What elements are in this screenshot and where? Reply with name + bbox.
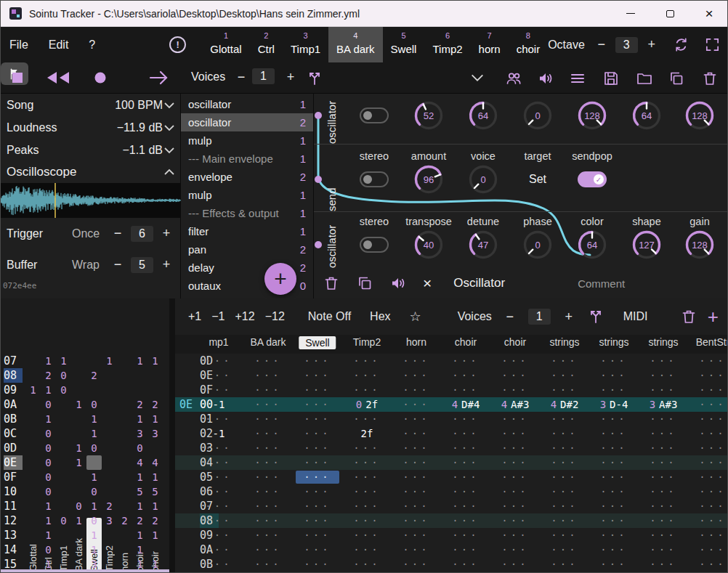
order-cell[interactable] [117,354,132,368]
pattern-cell[interactable]: ··· [551,513,578,528]
order-cell[interactable]: 1 [41,383,56,397]
order-cell[interactable] [56,542,71,557]
pattern-cell[interactable]: ··· [551,528,578,542]
pattern-cell[interactable]: ··· [205,455,232,470]
peaks-row[interactable]: Peaks −1.1 dB [1,139,180,161]
order-cell[interactable] [86,455,102,470]
pattern-voices-split-icon[interactable] [587,308,604,325]
order-cell[interactable] [147,542,163,557]
pattern-cell[interactable]: ··· [254,368,281,383]
param-toggle-stereo[interactable] [360,237,389,253]
order-cell[interactable]: 0 [41,426,56,441]
pattern-cell[interactable]: ··· [699,528,726,542]
pattern-cell[interactable]: ··· [254,528,281,542]
pattern-track-header-4[interactable]: horn [406,336,426,348]
transpose-up-1-button[interactable]: +1 [188,310,201,323]
pattern-cell[interactable]: ··· [650,455,676,470]
order-cell[interactable] [102,484,117,499]
copy-icon[interactable] [668,70,685,87]
pattern-cell[interactable]: ··· [650,383,676,397]
pattern-cell[interactable]: ··· [699,383,726,397]
pattern-cell[interactable]: ··· [650,470,676,484]
pattern-cell[interactable]: ··· [600,470,627,484]
close-button[interactable]: × [689,1,728,26]
unit-list-item[interactable]: --- Main envelope1 [181,150,313,168]
order-cell[interactable] [71,383,86,397]
order-cell[interactable]: 1 [41,513,56,528]
pattern-cell[interactable]: ··· [254,455,281,470]
pattern-cell[interactable]: ··· [205,513,232,528]
order-cell[interactable] [147,383,163,397]
order-cell[interactable] [71,484,86,499]
pattern-cell[interactable]: ··· [600,441,627,455]
pattern-cell[interactable]: ··· [304,557,331,572]
order-cell[interactable] [132,383,147,397]
order-cell[interactable] [71,412,86,426]
instrument-tab-timp1[interactable]: 3Timp1 [283,27,328,62]
pattern-cell[interactable]: ··· [452,441,479,455]
order-cell[interactable] [117,412,132,426]
pattern-cell[interactable]: ··· [304,499,331,513]
pattern-cell[interactable]: ··· [600,528,627,542]
pattern-cell[interactable]: ··· [650,354,676,368]
pattern-cell[interactable]: ··· [501,557,528,572]
pattern-cell[interactable]: ··· [353,470,380,484]
copy-unit-icon[interactable] [356,275,373,292]
chevron-down-icon[interactable] [163,123,176,133]
pattern-cell[interactable]: ··· [403,426,429,441]
pattern-cell[interactable]: ··· [452,426,479,441]
pattern-cell[interactable]: ··· [353,383,380,397]
pattern-cell[interactable]: ··· [205,470,232,484]
pattern-cell[interactable]: ··· [650,528,676,542]
order-cell[interactable] [56,397,71,412]
order-cell[interactable]: 1 [86,412,102,426]
hamburger-menu-icon[interactable] [569,70,586,87]
pattern-cell[interactable]: ··· [699,484,726,499]
pattern-cell[interactable]: ··· [254,397,281,412]
param-button-target[interactable]: Set [529,173,546,186]
pattern-cell[interactable]: ··· [353,412,380,426]
pattern-cell[interactable]: ··· [600,412,627,426]
pattern-track-header-0[interactable]: mp1 [209,336,228,348]
order-cell[interactable] [102,470,117,484]
pattern-cell[interactable]: ··· [551,557,578,572]
buffer-mode[interactable]: Wrap [72,259,100,272]
open-folder-icon[interactable] [636,70,653,87]
order-cell[interactable] [25,412,41,426]
pattern-cell[interactable]: ··· [452,368,479,383]
order-cell[interactable] [71,354,86,368]
pattern-cell[interactable]: ··· [205,441,232,455]
pattern-cell[interactable]: 4A#3 [501,397,530,412]
pattern-cell[interactable]: ··· [403,441,429,455]
order-cell[interactable] [117,455,132,470]
pattern-cell[interactable]: ··· [205,383,232,397]
pattern-cell[interactable]: ··· [600,383,627,397]
pattern-cell[interactable]: ··· [699,412,726,426]
hex-toggle[interactable]: Hex [370,310,390,323]
order-cell[interactable]: 1 [86,542,102,557]
transpose-down-1-button[interactable]: −1 [211,310,225,323]
pattern-cell[interactable]: ··· [296,471,339,484]
pattern-cell[interactable]: ··· [699,557,726,572]
trigger-mode[interactable]: Once [72,227,100,240]
pattern-cell[interactable]: ··· [403,484,429,499]
pattern-cell[interactable]: ··· [501,470,528,484]
unit-list-item[interactable]: mulp1 [181,131,313,150]
pattern-cell[interactable]: ··· [403,528,429,542]
pattern-cell[interactable]: 3D-4 [600,397,628,412]
order-cell[interactable]: 1 [41,412,56,426]
pattern-cell[interactable]: ··· [551,484,578,499]
pattern-cell[interactable]: ··· [452,557,479,572]
order-cell[interactable]: 1 [132,528,147,542]
pattern-cell[interactable]: ··· [205,412,232,426]
pattern-cell[interactable]: ··· [452,484,479,499]
chevron-down-icon[interactable] [469,71,485,84]
pattern-cell[interactable]: ··· [501,499,528,513]
unit-list-item[interactable]: oscillator2 [181,113,313,131]
pattern-cell[interactable]: ··· [551,455,578,470]
order-cell[interactable] [71,368,86,383]
instrument-tab-ba-dark[interactable]: 4BA dark [328,27,383,62]
pattern-cell[interactable]: ··· [600,499,627,513]
order-cell[interactable] [25,426,41,441]
chevron-up-icon[interactable] [163,167,176,177]
